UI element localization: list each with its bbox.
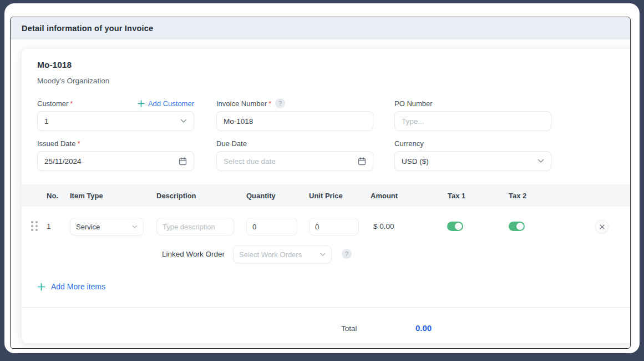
currency-field-group: Currency USD ($) [394,138,551,171]
linked-work-order-select[interactable]: Select Work Orders [233,245,332,263]
invoice-detail-panel: Detail information of your Invoice Mo-10… [10,17,631,349]
issued-date-field-group: Issued Date * 25/11/2024 [37,138,194,171]
row-number: 1 [47,222,51,230]
tax2-toggle[interactable] [509,222,525,231]
customer-select[interactable]: 1 [37,111,194,131]
chevron-down-icon [180,119,187,123]
close-icon [600,224,605,229]
linked-work-order-label: Linked Work Order [162,250,225,258]
required-marker: * [70,99,73,108]
invoice-number-heading: Mo-1018 [37,60,72,70]
required-marker: * [77,139,80,148]
total-value: 0.00 [415,323,432,333]
unit-price-input[interactable] [315,223,353,231]
linked-work-order-help-icon[interactable]: ? [342,249,352,259]
currency-label: Currency [394,139,424,148]
po-number-label: PO Number [394,99,433,108]
invoice-number-help-icon[interactable]: ? [275,98,285,108]
linked-work-order-placeholder: Select Work Orders [239,250,302,259]
calendar-icon [358,157,366,166]
panel-header: Detail information of your Invoice [11,17,630,39]
currency-value: USD ($) [402,157,429,166]
invoice-number-input-wrap [216,111,373,131]
table-row: 1 Service [22,217,631,237]
plus-icon [37,283,45,291]
due-date-field-group: Due Date Select due date [216,138,373,171]
po-number-input[interactable] [402,117,544,126]
issued-date-label: Issued Date [37,139,75,148]
plus-icon [138,100,145,107]
drag-handle-icon[interactable] [31,221,39,232]
col-no: No. [47,192,58,200]
panel-body: Mo-1018 Moody's Organization Customer * … [11,39,630,348]
page-title: Detail information of your Invoice [22,24,153,33]
add-customer-button[interactable]: Add Customer [138,99,194,108]
description-input-wrap [156,218,234,235]
linked-work-order-row: Linked Work Order Select Work Orders ? [22,245,631,263]
tax1-toggle[interactable] [447,222,463,231]
add-more-items-label: Add More items [51,282,105,291]
description-input[interactable] [163,223,228,231]
col-tax1: Tax 1 [448,192,465,200]
due-date-input[interactable]: Select due date [216,151,373,171]
customer-field-group: Customer * Add Customer 1 [37,98,194,131]
add-more-items-button[interactable]: Add More items [37,282,105,291]
total-label: Total [341,324,357,333]
quantity-input-wrap [246,218,297,235]
po-number-input-wrap [394,111,551,131]
invoice-number-field-group: Invoice Number * ? [216,98,373,131]
amount-value: $ 0.00 [373,222,394,230]
total-divider [22,307,631,308]
col-unit-price: Unit Price [309,192,343,200]
due-date-label: Due Date [216,139,247,148]
required-marker: * [268,99,271,108]
po-number-field-group: PO Number [394,98,551,131]
col-quantity: Quantity [246,192,276,200]
organization-name: Moody's Organization [37,77,109,85]
col-item-type: Item Type [70,192,103,200]
col-description: Description [156,192,196,200]
issued-date-input[interactable]: 25/11/2024 [37,151,194,171]
calendar-icon [179,157,187,166]
currency-select[interactable]: USD ($) [394,151,551,171]
col-amount: Amount [371,192,398,200]
item-type-value: Service [76,223,100,231]
customer-label: Customer [37,99,68,108]
invoice-number-label: Invoice Number [216,99,267,108]
remove-row-button[interactable] [595,220,608,233]
due-date-placeholder: Select due date [224,157,276,166]
app-window: Detail information of your Invoice Mo-10… [4,3,640,353]
unit-price-input-wrap [309,218,359,235]
invoice-card: Mo-1018 Moody's Organization Customer * … [22,49,631,343]
item-type-select[interactable]: Service [70,218,144,235]
quantity-input[interactable] [252,223,291,231]
items-table-header: No. Item Type Description Quantity Unit … [22,184,631,207]
issued-date-value: 25/11/2024 [44,157,82,166]
invoice-number-input[interactable] [224,117,366,126]
add-customer-label: Add Customer [148,99,194,108]
chevron-down-icon [537,159,544,163]
col-tax2: Tax 2 [509,192,526,200]
chevron-down-icon [320,253,326,257]
customer-value: 1 [44,117,49,126]
chevron-down-icon [132,225,138,229]
